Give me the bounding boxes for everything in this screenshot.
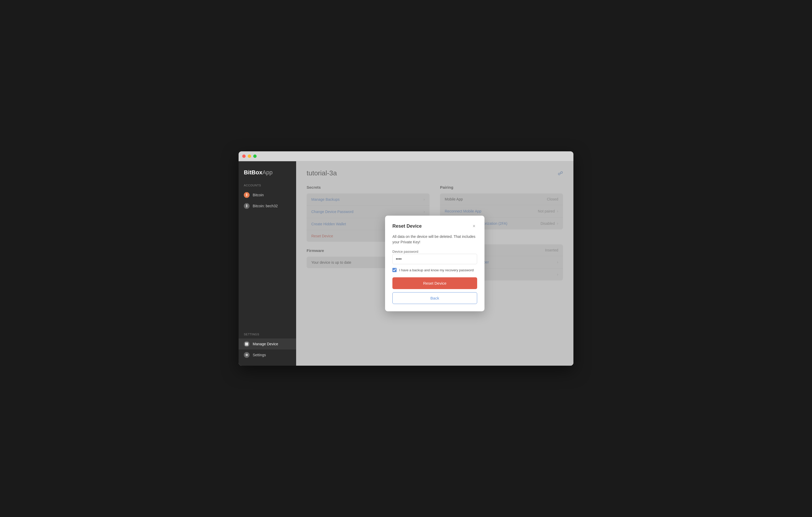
password-label: Device password [393,250,418,253]
modal-description: All data on the device will be deleted. … [393,234,477,245]
modal-overlay: Reset Device × All data on the device wi… [296,161,573,366]
sidebar-item-bitcoin-label: Bitcoin [253,193,264,197]
minimize-button[interactable] [248,154,251,158]
reset-device-modal: Reset Device × All data on the device wi… [385,216,485,311]
close-icon: × [473,223,475,229]
sidebar-item-bitcoin-bech32[interactable]: ₿ Bitcoin: bech32 [239,201,296,211]
backup-checkbox[interactable] [393,268,397,272]
maximize-button[interactable] [253,154,257,158]
back-button[interactable]: Back [393,292,477,304]
modal-close-button[interactable]: × [471,223,477,229]
sidebar-item-settings-label: Settings [253,353,266,357]
sidebar-item-bitcoin-bech32-label: Bitcoin: bech32 [253,204,278,208]
backup-checkbox-label: I have a backup and know my recovery pas… [399,268,474,272]
sidebar-item-manage-device-label: Manage Device [253,342,278,346]
sidebar: BitBoxApp ACCOUNTS ₿ Bitcoin ₿ Bitcoin: … [239,161,296,366]
logo-bitbox: BitBox [244,169,262,176]
app-window: BitBoxApp ACCOUNTS ₿ Bitcoin ₿ Bitcoin: … [239,151,573,366]
logo-app: App [262,169,272,176]
manage-device-icon: ⬜ [244,341,250,347]
titlebar [239,151,573,161]
bitcoin-bech32-icon: ₿ [244,203,250,209]
main-content: tutorial-3a ☍ Secrets Manage Backups › [296,161,573,366]
app-body: BitBoxApp ACCOUNTS ₿ Bitcoin ₿ Bitcoin: … [239,161,573,366]
modal-title: Reset Device [393,223,422,229]
back-button-label: Back [430,296,439,300]
sidebar-item-manage-device[interactable]: ⬜ Manage Device [239,338,296,349]
close-button[interactable] [242,154,245,158]
reset-device-button-label: Reset Device [423,281,446,285]
settings-section-label: SETTINGS [239,333,296,338]
backup-checkbox-row: I have a backup and know my recovery pas… [393,268,477,272]
device-password-input[interactable] [393,254,477,264]
sidebar-item-settings[interactable]: ⚙ Settings [239,349,296,360]
app-logo: BitBoxApp [239,166,296,184]
settings-icon: ⚙ [244,352,250,358]
reset-device-button[interactable]: Reset Device [393,277,477,289]
modal-header: Reset Device × [393,223,477,229]
accounts-section-label: ACCOUNTS [239,184,296,189]
sidebar-item-bitcoin[interactable]: ₿ Bitcoin [239,189,296,201]
bitcoin-icon: ₿ [244,192,250,198]
